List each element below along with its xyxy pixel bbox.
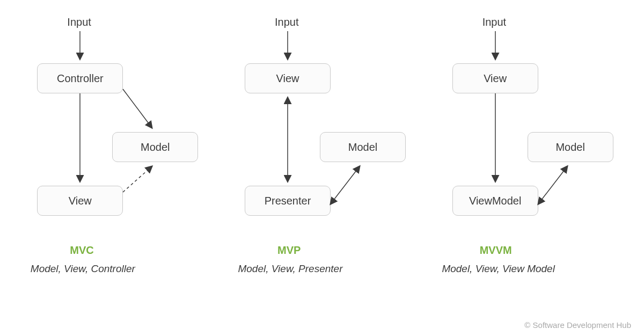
mvc-column: Input Controller Model View MVC Model, V… <box>12 16 216 306</box>
model-label: Model <box>555 141 584 154</box>
model-box: Model <box>112 132 198 162</box>
presenter-label: Presenter <box>265 195 311 207</box>
model-box: Model <box>320 132 406 162</box>
model-label: Model <box>141 141 170 154</box>
view-label: View <box>484 72 507 85</box>
svg-line-9 <box>538 166 567 204</box>
controller-box: Controller <box>37 63 123 93</box>
mvp-subtitle: Model, View, Presenter <box>234 263 347 275</box>
view-label: View <box>69 195 92 207</box>
input-label: Input <box>67 16 91 28</box>
copyright-text: © Software Development Hub <box>524 320 631 330</box>
mvvm-column: Input View Model ViewModel MVVM Model, V… <box>428 16 632 306</box>
viewmodel-box: ViewModel <box>452 186 538 216</box>
viewmodel-label: ViewModel <box>469 195 521 207</box>
controller-label: Controller <box>57 72 104 85</box>
mvc-subtitle: Model, View, Controller <box>26 263 139 275</box>
model-label: Model <box>348 141 377 154</box>
presenter-box: Presenter <box>245 186 331 216</box>
svg-line-2 <box>123 89 152 128</box>
input-label: Input <box>482 16 506 28</box>
diagram-columns: Input Controller Model View MVC Model, V… <box>0 0 644 306</box>
view-box: View <box>452 63 538 93</box>
view-label: View <box>276 72 299 85</box>
mvvm-title: MVVM <box>480 244 512 257</box>
mvp-column: Input View Model Presenter MVP Model, Vi… <box>220 16 424 306</box>
view-box: View <box>37 186 123 216</box>
mvp-title: MVP <box>277 244 301 257</box>
svg-line-6 <box>331 166 360 204</box>
svg-line-3 <box>123 166 152 192</box>
input-label: Input <box>275 16 298 28</box>
view-box: View <box>245 63 331 93</box>
model-box: Model <box>528 132 613 162</box>
mvvm-subtitle: Model, View, View Model <box>434 263 563 275</box>
mvc-title: MVC <box>70 244 93 257</box>
